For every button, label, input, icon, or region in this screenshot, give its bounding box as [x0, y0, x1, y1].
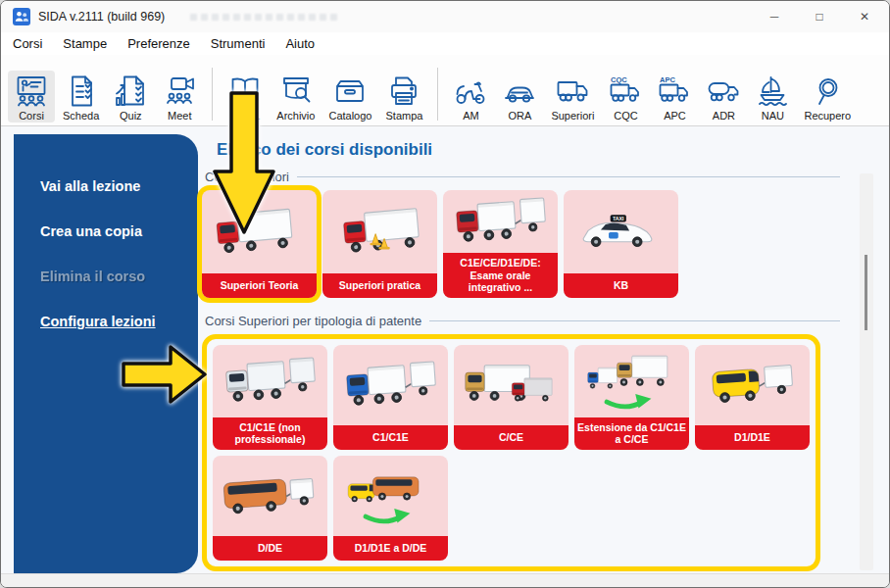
course-card-d1-d1e[interactable]: D1/D1E [695, 345, 810, 450]
toolbar-separator [437, 68, 438, 121]
meet-icon [162, 74, 197, 109]
toolbar-nau-button[interactable]: NAU [749, 71, 796, 122]
menu-item-preferenze[interactable]: Preferenze [127, 36, 190, 51]
toolbar-scheda-button[interactable]: Scheda [57, 71, 105, 122]
minimize-button[interactable]: ─ [752, 1, 797, 32]
course-card-label: KB [564, 273, 678, 298]
toolbar-button-label: CQC [614, 110, 637, 122]
annotation-arrow-down-icon [212, 91, 276, 235]
white-truck-trailer-illustration [213, 345, 327, 417]
section-header: Corsi Superiori [205, 170, 840, 184]
yellow-minibus-trailer-illustration [695, 345, 810, 425]
sidebar-item-elimina-il-corso[interactable]: Elimina il corso [14, 254, 198, 299]
toolbar-catalogo-button[interactable]: Catalogo [322, 71, 377, 122]
blurred-license-text [190, 14, 337, 21]
course-card-row: Superiori TeoriaSuperiori praticaC1E/CE/… [202, 190, 860, 298]
menu-item-strumenti[interactable]: Strumenti [211, 36, 266, 51]
blue-truck-trailer-illustration [333, 345, 448, 425]
window-title: SIDA v.2111 (build 969) [38, 10, 165, 24]
toolbar-archivio-button[interactable]: Archivio [271, 71, 321, 122]
toolbar-stampa-button[interactable]: Stampa [379, 71, 428, 122]
course-card-c-ce[interactable]: C/CE [454, 345, 569, 450]
toolbar-button-label: Archivio [276, 110, 315, 122]
red-truck-trailer-illustration [443, 190, 558, 253]
toolbar-superiori-button[interactable]: Superiori [545, 71, 600, 122]
course-card-c1-c1e[interactable]: C1/C1E [333, 345, 448, 450]
sidebar-item-vai-alla-lezione[interactable]: Vai alla lezione [14, 164, 198, 209]
taxi-car-illustration: TAXI [564, 190, 678, 273]
window-controls: ─□✕ [752, 1, 889, 32]
sidebar-item-crea-una-copia[interactable]: Crea una copia [14, 209, 198, 254]
course-card-label: D1/D1E [695, 425, 810, 450]
course-card-kb[interactable]: TAXIKB [564, 190, 678, 298]
car-icon [502, 74, 537, 109]
course-card-label: Superiori pratica [322, 273, 437, 298]
toolbar-adr-button[interactable]: ADR [700, 71, 747, 122]
course-card-d-de[interactable]: D/DE [213, 456, 327, 561]
svg-text:APC: APC [660, 75, 675, 84]
window-bottom-strip [1, 573, 889, 588]
toolbar-button-label: ADR [713, 110, 735, 122]
close-button[interactable]: ✕ [842, 1, 887, 32]
course-card-c1e-ce-d1e-de-esame-orale-integrativo[interactable]: C1E/CE/D1E/DE: Esame orale integrativo .… [443, 190, 558, 298]
maximize-button[interactable]: □ [797, 1, 842, 32]
truck-cqc-icon: CQC [608, 74, 643, 109]
course-card-label: Estensione da C1/C1E a C/CE [574, 417, 689, 450]
catalog-icon [332, 74, 368, 109]
truck-apc-icon: APC [657, 74, 692, 109]
sheet-icon [64, 74, 99, 109]
sailboat-icon [755, 74, 790, 109]
toolbar-corsi-button[interactable]: Corsi [8, 71, 55, 122]
course-card-label: D1/D1E a D/DE [333, 536, 448, 561]
toolbar-ora-button[interactable]: ORA [496, 71, 543, 122]
upgrade-blue-to-tan-truck-illustration [574, 345, 689, 417]
course-card-d1-d1e-a-d-de[interactable]: D1/D1E a D/DE [333, 456, 448, 561]
toolbar-meet-button[interactable]: Meet [156, 71, 203, 122]
section-header: Corsi Superiori per tipologia di patente [205, 314, 840, 328]
toolbar-cqc-button[interactable]: CQCCQC [602, 71, 649, 122]
scrollbar-thumb[interactable] [865, 255, 867, 330]
toolbar-quiz-button[interactable]: Quiz [107, 71, 154, 122]
toolbar-recupero-button[interactable]: Recupero [798, 71, 857, 122]
menu-item-corsi[interactable]: Corsi [13, 36, 42, 51]
svg-text:TAXI: TAXI [612, 215, 623, 220]
course-card-superiori-pratica[interactable]: Superiori pratica [322, 190, 437, 298]
scooter-icon [453, 74, 488, 109]
course-card-label: C1/C1E (non professionale) [213, 417, 327, 450]
section-label: Corsi Superiori per tipologia di patente [205, 314, 421, 328]
toolbar-button-label: AM [463, 110, 479, 122]
sidebar-item-configura-lezioni[interactable]: Configura lezioni [14, 299, 198, 344]
menu-bar: CorsiStampePreferenzeStrumentiAiuto [1, 32, 889, 55]
toolbar-button-label: Corsi [19, 110, 44, 122]
section-divider-line [429, 320, 840, 321]
toolbar-button-label: Recupero [804, 110, 851, 122]
quiz-icon [113, 74, 148, 109]
section-corsi-superiori: Corsi SuperioriSuperiori TeoriaSuperiori… [202, 170, 860, 298]
course-card-label: C1E/CE/D1E/DE: Esame orale integrativo .… [443, 253, 558, 298]
toolbar-apc-button[interactable]: APCAPC [651, 71, 698, 122]
vertical-scrollbar[interactable] [860, 173, 873, 570]
toolbar-button-label: Meet [168, 110, 191, 122]
archive-icon [278, 74, 314, 109]
toolbar-button-label: APC [664, 110, 686, 122]
toolbar-button-label: ORA [508, 110, 531, 122]
courses-icon [14, 74, 49, 109]
course-sections: Corsi SuperioriSuperiori TeoriaSuperiori… [202, 170, 860, 571]
svg-text:CQC: CQC [611, 75, 627, 84]
tanker-truck-icon [706, 74, 741, 109]
upgrade-minibus-to-bus-illustration [333, 456, 448, 536]
red-truck-cones-illustration [322, 190, 437, 273]
menu-item-aiuto[interactable]: Aiuto [285, 36, 315, 51]
section-divider-line [297, 176, 840, 177]
section-corsi-superiori-per-tipologia-di-patente: Corsi Superiori per tipologia di patente… [202, 314, 860, 571]
printer-icon [386, 74, 421, 109]
toolbar-button-label: Quiz [120, 110, 142, 122]
toolbar-button-label: NAU [762, 110, 784, 122]
course-card-c1-c1e-non-professionale[interactable]: C1/C1E (non professionale) [213, 345, 327, 450]
annotation-arrow-right-icon [122, 343, 208, 406]
page-title: Elenco dei corsi disponibili [217, 140, 860, 160]
toolbar-am-button[interactable]: AM [447, 71, 494, 122]
app-icon [13, 8, 30, 25]
menu-item-stampe[interactable]: Stampe [63, 36, 107, 51]
course-card-estensione-da-c1-c1e-a-c-ce[interactable]: Estensione da C1/C1E a C/CE [574, 345, 689, 450]
